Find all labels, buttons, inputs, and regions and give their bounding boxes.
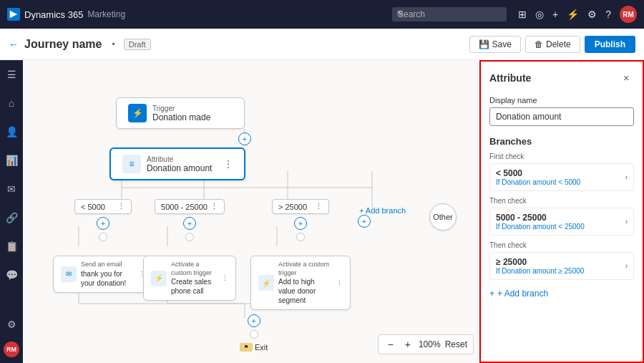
dynamics-logo-icon <box>7 8 20 21</box>
zoom-percent: 100% <box>419 339 441 349</box>
branch-1-label[interactable]: < 5000 ⋮ <box>74 199 132 214</box>
nav-icons: ⊞ ◎ + ⚡ ⚙ ? RM <box>518 6 637 23</box>
add-branch-2-button[interactable]: + <box>183 217 196 230</box>
branch-row-2[interactable]: 5000 - 25000 If Donation amount < 25000 … <box>489 208 634 236</box>
add-icon[interactable]: + <box>552 9 558 20</box>
trigger-action-icon-2: ⚡ <box>151 271 167 286</box>
branch-row-1-condition: If Donation amount < 5000 <box>496 178 580 186</box>
then-check-1-label: Then check <box>489 197 634 205</box>
add-branch-3-button[interactable]: + <box>294 217 307 230</box>
link-icon[interactable]: 🔗 <box>3 209 20 226</box>
main-layout: ☰ ⌂ 👤 📊 ✉ 🔗 📋 💬 ⚙ RM <box>0 60 644 363</box>
attribute-node[interactable]: ≡ Attribute Donation amount ⋮ <box>109 147 245 180</box>
branch-3-label[interactable]: > 25000 ⋮ <box>272 199 329 214</box>
panel-title: Attribute <box>489 72 531 84</box>
gear-icon[interactable]: ⚙ <box>587 9 597 20</box>
trigger-node[interactable]: ⚡ Trigger Donation made <box>116 97 245 129</box>
email-icon[interactable]: ✉ <box>3 180 20 198</box>
status-badge: Draft <box>124 39 151 50</box>
chart-icon[interactable]: 📊 <box>3 152 20 169</box>
sidebar-avatar[interactable]: RM <box>4 342 19 357</box>
zoom-in-button[interactable]: + <box>401 338 414 351</box>
first-check-label: First check <box>489 153 634 160</box>
email-action-icon: ✉ <box>61 266 77 282</box>
panel-close-button[interactable]: × <box>618 70 634 86</box>
attribute-node-name: Donation amount <box>147 163 218 173</box>
app-name: Dynamics 365 <box>24 9 83 20</box>
action-node-2[interactable]: ⚡ Activate a custom trigger Create sales… <box>143 256 236 301</box>
display-name-label: Display name <box>489 96 634 105</box>
chat-icon[interactable]: 💬 <box>3 266 20 284</box>
help-icon[interactable]: ? <box>605 9 611 20</box>
trigger-label: Trigger <box>152 105 210 112</box>
hamburger-icon[interactable]: ☰ <box>3 66 20 83</box>
home-icon[interactable]: ⌂ <box>3 95 20 112</box>
branch-1-value: < 5000 <box>81 203 105 211</box>
branch-2-more[interactable]: ⋮ <box>210 202 218 211</box>
trigger-icon: ⚡ <box>128 104 147 122</box>
action-1-type: Send an email <box>81 261 135 269</box>
branch-3-more[interactable]: ⋮ <box>315 202 323 211</box>
branch-row-3[interactable]: ≥ 25000 If Donation amount ≥ 25000 › <box>489 252 634 280</box>
add-branch-4-button[interactable]: + <box>358 215 371 228</box>
then-check-2-label: Then check <box>489 241 634 249</box>
header-actions: 💾 Save 🗑 Delete Publish <box>469 36 635 53</box>
branch-3-circle <box>296 233 305 241</box>
action-1-name: thank you for your donation! <box>81 269 135 288</box>
back-button[interactable]: ← <box>9 39 19 50</box>
action-3-type: Activate a custom trigger <box>278 261 332 277</box>
user-avatar[interactable]: RM <box>620 6 637 23</box>
branch-2-value: 5000 - 25000 <box>161 203 208 211</box>
attribute-panel: Attribute × Display name Branches First … <box>479 60 644 363</box>
zoom-controls: − + 100% Reset <box>378 334 474 354</box>
branch-4-plus: + <box>358 215 371 228</box>
exit-label: Exit <box>255 343 268 352</box>
save-button[interactable]: 💾 Save <box>469 36 521 53</box>
settings-bottom-icon[interactable]: ⚙ <box>3 316 20 333</box>
clipboard-icon[interactable]: 📋 <box>3 238 20 255</box>
branches-section-label: Branches <box>489 136 634 147</box>
filter-icon[interactable]: ⚡ <box>567 9 579 20</box>
sidebar-bottom: ⚙ RM <box>3 316 20 357</box>
add-branch-panel-button[interactable]: + + Add branch <box>489 286 634 301</box>
add-step-1: + <box>238 132 251 145</box>
settings-circle-icon[interactable]: ◎ <box>535 9 544 20</box>
add-branch-panel-label: + Add branch <box>497 289 548 299</box>
zoom-reset-button[interactable]: Reset <box>445 339 467 349</box>
display-name-input[interactable] <box>489 107 634 126</box>
add-step-button-1[interactable]: + <box>238 132 251 145</box>
branch-1-group: < 5000 ⋮ + ✉ Send an email thank you for… <box>53 199 153 293</box>
branch-row-1[interactable]: < 5000 If Donation amount < 5000 › <box>489 163 634 191</box>
search-input[interactable] <box>392 7 507 21</box>
branch-2-label[interactable]: 5000 - 25000 ⋮ <box>155 199 225 214</box>
add-branch-1-button[interactable]: + <box>97 217 109 230</box>
action-3-more[interactable]: ⋮ <box>336 279 343 286</box>
save-icon: 💾 <box>479 39 489 49</box>
action-2-type: Activate a custom trigger <box>171 261 218 277</box>
people-icon[interactable]: 👤 <box>3 123 20 140</box>
action-2-name: Create sales phone call <box>171 277 218 296</box>
branch-1-circle <box>99 233 107 241</box>
attribute-more-icon[interactable]: ⋮ <box>224 159 233 169</box>
add-exit-button[interactable]: + <box>248 314 260 327</box>
delete-button[interactable]: 🗑 Delete <box>525 36 580 53</box>
left-sidebar: ☰ ⌂ 👤 📊 ✉ 🔗 📋 💬 ⚙ RM <box>0 60 23 363</box>
exit-circle <box>250 330 258 339</box>
action-node-1[interactable]: ✉ Send an email thank you for your donat… <box>53 256 153 293</box>
add-branch-plus-icon: + <box>489 289 494 299</box>
top-navigation: Dynamics 365 Marketing 🔍 ⊞ ◎ + ⚡ ⚙ ? RM <box>0 0 644 29</box>
zoom-out-button[interactable]: − <box>384 338 397 351</box>
publish-button[interactable]: Publish <box>585 36 635 53</box>
panel-header: Attribute × <box>489 70 634 86</box>
other-bubble[interactable]: Other <box>429 203 457 231</box>
action-2-more[interactable]: ⋮ <box>222 275 228 282</box>
branch-row-2-condition: If Donation amount < 25000 <box>496 223 585 231</box>
action-node-3[interactable]: ⚡ Activate a custom trigger Add to high … <box>250 256 351 310</box>
other-label: Other <box>433 213 453 221</box>
svg-marker-0 <box>10 11 18 19</box>
trigger-name: Donation made <box>152 112 210 122</box>
video-icon[interactable]: ⊞ <box>518 9 527 20</box>
journey-canvas[interactable]: ⚡ Trigger Donation made + ≡ Attribute Do… <box>23 60 479 363</box>
branch-1-more[interactable]: ⋮ <box>117 202 125 211</box>
branch-row-3-chevron: › <box>625 262 628 270</box>
